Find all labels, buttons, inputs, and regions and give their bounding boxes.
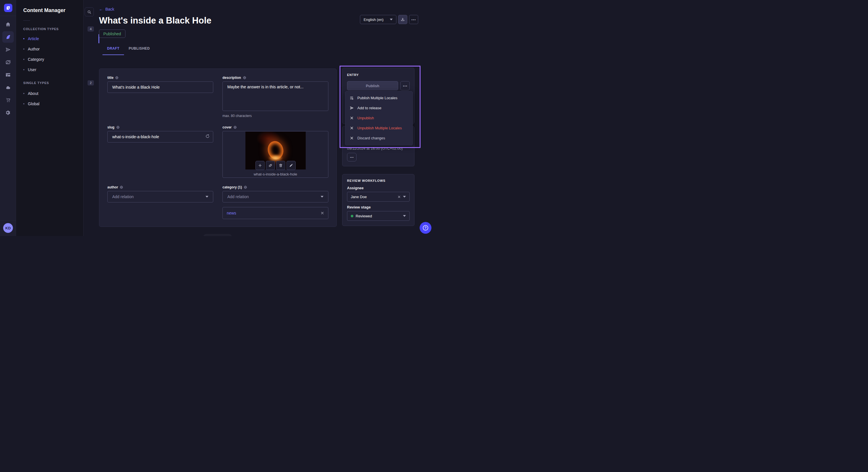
menu-item-publish-multiple-locales[interactable]: Publish Multiple Locales	[345, 93, 412, 103]
description-field-label: description	[222, 76, 329, 80]
clear-assignee-icon[interactable]	[398, 195, 401, 198]
chevron-down-icon	[390, 19, 393, 20]
bullet-icon	[23, 38, 24, 39]
marketplace-cart-icon[interactable]	[2, 94, 14, 106]
review-workflows-heading: REVIEW WORKFLOWS	[347, 179, 410, 182]
releases-icon[interactable]	[2, 44, 14, 55]
sidebar-item-category[interactable]: Category	[23, 55, 94, 64]
strapi-logo[interactable]	[4, 4, 12, 12]
sidebar-item-label: Author	[28, 47, 40, 51]
sidebar-item-author[interactable]: Author	[23, 44, 94, 54]
content-manager-subnav: Content Manager COLLECTION TYPES 4 Artic…	[16, 0, 84, 236]
entry-actions-menu: Publish Multiple Locales Add to release …	[345, 91, 413, 145]
field-label-text: author	[107, 185, 118, 189]
info-more-button[interactable]: ⋯	[347, 153, 356, 162]
more-icon: ⋯	[411, 17, 416, 22]
chevron-down-icon	[321, 196, 323, 198]
field-slug: slug	[107, 125, 213, 178]
description-textarea[interactable]: Maybe the answer is in this article, or …	[222, 81, 329, 111]
title-field-label: title	[107, 76, 213, 80]
field-label-text: description	[222, 76, 241, 80]
review-workflows-panel: REVIEW WORKFLOWS Assignee Jane Doe Revie…	[342, 174, 414, 226]
assignee-label: Assignee	[347, 186, 410, 190]
version-tabs: DRAFT PUBLISHED	[102, 46, 154, 55]
cover-field-label: cover	[222, 125, 329, 129]
collection-types-count-badge: 4	[88, 26, 94, 32]
sidebar-item-label: User	[28, 67, 36, 72]
content-manager-icon[interactable]	[2, 31, 14, 43]
field-description: description Maybe the answer is in this …	[222, 76, 329, 118]
header-controls: English (en) ⋯	[360, 15, 418, 24]
delete-media-button[interactable]	[276, 161, 285, 170]
chevron-down-icon	[403, 196, 406, 198]
slug-input[interactable]	[107, 131, 213, 142]
paper-plane-icon	[349, 106, 354, 110]
list-plus-icon	[349, 96, 354, 100]
tab-published[interactable]: PUBLISHED	[124, 46, 154, 55]
menu-item-label: Add to release	[358, 106, 381, 110]
field-label-text: category (1)	[222, 185, 242, 189]
author-relation-select[interactable]: Add relation	[107, 191, 213, 202]
category-field-label: category (1)	[222, 185, 329, 189]
relation-link[interactable]: news	[227, 211, 236, 215]
add-media-button[interactable]	[255, 161, 265, 170]
field-cover: cover	[222, 125, 329, 178]
sidebar-item-label: Category	[28, 57, 44, 62]
bottom-button-partial[interactable]	[203, 234, 232, 236]
sidebar-item-article[interactable]: Article	[23, 34, 94, 43]
title-input[interactable]	[107, 81, 213, 93]
relation-item-news: news	[222, 207, 329, 219]
locale-select[interactable]: English (en)	[360, 15, 396, 24]
field-author: author Add relation	[107, 185, 213, 219]
menu-item-unpublish[interactable]: Unpublish	[345, 113, 412, 123]
deploy-cloud-icon[interactable]	[2, 82, 14, 93]
menu-item-add-to-release[interactable]: Add to release	[345, 103, 412, 113]
menu-item-unpublish-multiple-locales[interactable]: Unpublish Multiple Locales	[345, 123, 412, 133]
rail-divider	[0, 16, 16, 16]
sidebar-item-global[interactable]: Global	[23, 99, 94, 108]
field-label-text: slug	[107, 125, 115, 129]
home-icon[interactable]	[2, 19, 14, 30]
tab-draft[interactable]: DRAFT	[102, 46, 124, 55]
remove-relation-icon[interactable]	[321, 211, 324, 215]
cross-icon	[349, 116, 354, 120]
collection-types-label: COLLECTION TYPES	[23, 27, 59, 31]
scheduled-date: 09/11/2024 at 16:00 (UTC+02:00)	[347, 146, 403, 150]
sidebar-item-about[interactable]: About	[23, 89, 94, 98]
publish-button[interactable]: Publish	[347, 81, 398, 90]
menu-item-discard-changes[interactable]: Discard changes	[345, 133, 412, 143]
review-stage-label: Review stage	[347, 205, 410, 209]
edit-form-card: title description Maybe the answer is in…	[99, 69, 337, 227]
globe-icon	[120, 186, 123, 189]
field-category: category (1) Add relation news	[222, 185, 329, 219]
download-button[interactable]	[398, 15, 407, 24]
search-icon[interactable]	[85, 7, 94, 16]
bullet-icon	[23, 59, 24, 60]
edit-media-button[interactable]	[286, 161, 296, 170]
menu-item-label: Discard changes	[358, 136, 385, 140]
entry-more-button[interactable]: ⋯	[400, 81, 410, 90]
single-types-header: SINGLE TYPES 2	[23, 80, 94, 86]
regenerate-slug-icon[interactable]	[205, 134, 210, 138]
globe-icon	[115, 76, 119, 79]
chevron-down-icon	[206, 196, 208, 198]
assignee-select[interactable]: Jane Doe	[347, 192, 410, 202]
rail-bottom-divider	[0, 220, 16, 221]
arrow-left-icon: ←	[99, 7, 103, 11]
field-label-text: title	[107, 76, 113, 80]
user-avatar[interactable]: KD	[3, 223, 13, 233]
content-type-builder-icon[interactable]	[2, 69, 14, 80]
category-relation-select[interactable]: Add relation	[222, 191, 329, 202]
copy-link-button[interactable]	[266, 161, 275, 170]
help-button[interactable]: ?	[420, 222, 431, 234]
media-library-icon[interactable]	[2, 57, 14, 68]
sidebar-item-user[interactable]: User	[23, 65, 94, 74]
header-more-button[interactable]: ⋯	[409, 15, 418, 24]
author-placeholder: Add relation	[112, 194, 134, 199]
settings-gear-icon[interactable]	[2, 107, 14, 119]
menu-item-label: Unpublish	[358, 116, 374, 120]
review-stage-select[interactable]: Reviewed	[347, 211, 410, 221]
status-badge: Published	[99, 30, 125, 38]
back-link[interactable]: ← Back	[99, 7, 114, 11]
page-title: What's inside a Black Hole	[99, 15, 212, 26]
